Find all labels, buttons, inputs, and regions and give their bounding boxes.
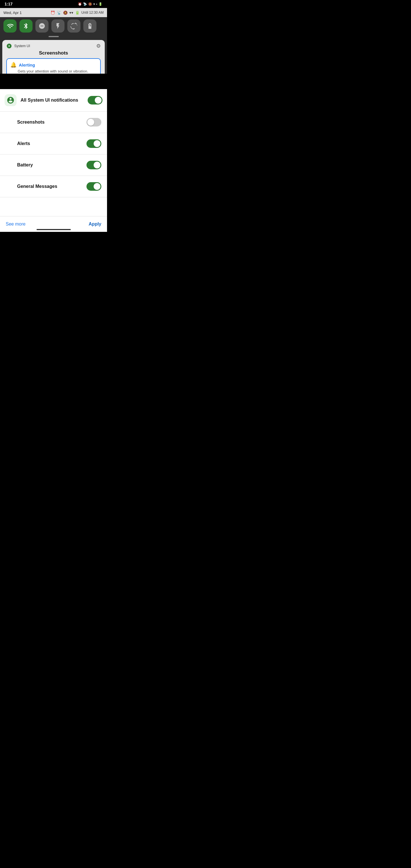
quick-settings-bar: Wed, Apr 1 ⏰ 📡 🔕 ▾▾ 🔋 Until 12:30 AM — [0, 8, 107, 17]
status-time: 1:17 — [5, 2, 12, 6]
wifi-toggle-btn[interactable] — [3, 20, 17, 33]
signal-icon: ▪ — [96, 2, 97, 6]
qs-date: Wed, Apr 1 — [3, 10, 22, 15]
card-settings-icon[interactable]: ⚙ — [96, 43, 101, 49]
general-messages-item: General Messages — [0, 176, 107, 197]
dnd-toggle-btn[interactable] — [35, 20, 49, 33]
rotate-toggle-btn[interactable] — [67, 20, 81, 33]
all-system-label: All System UI notifications — [21, 98, 84, 103]
battery-label: Battery — [17, 162, 87, 167]
card-title: Screenshots — [6, 50, 101, 56]
screenshots-card: System UI ⚙ Screenshots 🔔 Alerting Gets … — [2, 40, 105, 74]
alerts-toggle-thumb — [94, 140, 100, 147]
all-system-toggle-thumb — [95, 97, 102, 104]
alerts-label: Alerts — [17, 141, 87, 146]
system-ui-card-icon — [6, 43, 12, 49]
bluetooth-toggle-btn[interactable] — [20, 20, 33, 33]
battery-toggle-thumb — [94, 162, 100, 168]
system-app-icon — [5, 94, 17, 106]
slider-pill — [49, 36, 59, 37]
bottom-sheet: All System UI notifications Screenshots … — [0, 89, 107, 232]
status-bar: 1:17 ⏰ 📡 🔕 ▾ ▪ 🔋 — [0, 0, 107, 8]
alerting-bell-icon: 🔔 — [10, 62, 17, 68]
screenshots-toggle[interactable] — [87, 118, 101, 126]
alerting-title: Alerting — [19, 63, 35, 67]
battery-item: Battery — [0, 154, 107, 176]
general-messages-toggle[interactable] — [87, 182, 101, 191]
apply-button[interactable]: Apply — [89, 222, 101, 227]
alerts-toggle[interactable] — [87, 140, 101, 148]
quick-toggles — [0, 17, 107, 35]
see-more-button[interactable]: See more — [6, 222, 25, 227]
alerts-item: Alerts — [0, 133, 107, 154]
alerting-box[interactable]: 🔔 Alerting Gets your attention with soun… — [6, 58, 101, 74]
all-system-row: All System UI notifications — [0, 89, 107, 112]
alerting-desc: Gets your attention with sound or vibrat… — [18, 69, 97, 73]
card-header: System UI ⚙ — [6, 43, 101, 49]
qs-until: Until 12:30 AM — [81, 10, 104, 14]
screenshots-label: Screenshots — [17, 120, 87, 125]
general-messages-label: General Messages — [17, 184, 87, 189]
cast-qs-icon: 📡 — [57, 10, 61, 15]
slider-bar — [0, 35, 107, 39]
alarm-qs-icon: ⏰ — [51, 10, 55, 15]
qs-right: ⏰ 📡 🔕 ▾▾ 🔋 Until 12:30 AM — [51, 10, 104, 15]
battery-saver-toggle-btn[interactable] — [83, 20, 96, 33]
wifi-qs-icon: ▾▾ — [69, 10, 73, 15]
general-messages-toggle-thumb — [94, 183, 100, 190]
cast-icon: 📡 — [83, 2, 87, 6]
battery-status-icon: 🔋 — [98, 2, 102, 6]
mute-icon: 🔕 — [88, 2, 92, 6]
screenshots-toggle-thumb — [87, 119, 94, 126]
wifi-status-icon: ▾ — [93, 2, 95, 6]
home-indicator — [36, 229, 71, 230]
notification-panel: Wed, Apr 1 ⏰ 📡 🔕 ▾▾ 🔋 Until 12:30 AM — [0, 8, 107, 74]
battery-qs-icon: 🔋 — [75, 10, 80, 15]
alarm-icon: ⏰ — [78, 2, 82, 6]
screenshots-item: Screenshots — [0, 112, 107, 133]
status-icons: ⏰ 📡 🔕 ▾ ▪ 🔋 — [78, 2, 102, 6]
mute-qs-icon: 🔕 — [63, 10, 68, 15]
all-system-toggle[interactable] — [88, 96, 102, 104]
card-app-name: System UI — [14, 44, 30, 48]
battery-toggle[interactable] — [87, 161, 101, 169]
card-app-row: System UI — [6, 43, 30, 49]
flashlight-toggle-btn[interactable] — [51, 20, 64, 33]
alerting-header: 🔔 Alerting — [10, 62, 97, 68]
